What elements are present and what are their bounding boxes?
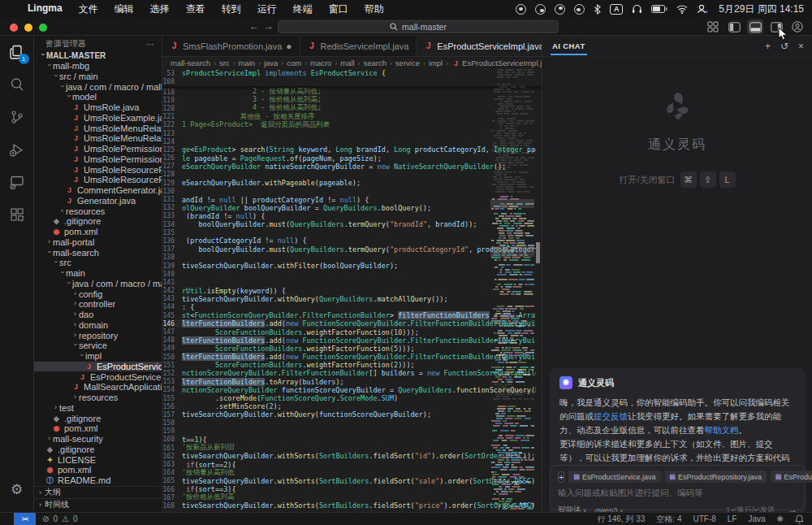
code-line-142[interactable]: 142rUtil.isEmpty(keyword)) {	[162, 287, 536, 295]
menu-转到[interactable]: 转到	[214, 2, 249, 16]
code-line-53[interactable]: 53sProductServiceImpl implements EsProdu…	[162, 69, 542, 77]
tree-item-src[interactable]: ›src	[34, 258, 162, 268]
encoding[interactable]: UTF-8	[693, 514, 715, 523]
menu-窗口[interactable]: 窗口	[321, 2, 356, 16]
tree-item-config[interactable]: ›config	[34, 289, 162, 299]
tree-item-src / main[interactable]: ›src / main	[34, 72, 162, 82]
extensions-icon[interactable]	[0, 198, 34, 231]
tree-item-resources[interactable]: ›resources	[34, 206, 162, 216]
code-line-148[interactable]: 148lterFunctionBuilders.add(new Function…	[162, 336, 536, 345]
code-line-132[interactable]: 132olQueryBuilder boolQueryBuilder = Que…	[162, 204, 536, 212]
close-window-button[interactable]	[10, 24, 18, 32]
menu-选择[interactable]: 选择	[142, 2, 178, 16]
code-line-126[interactable]: 126le pageable = PageRequest.of(pageNum,…	[162, 154, 536, 163]
code-line-125[interactable]: 125ge<EsProduct> search(String keyword, …	[162, 145, 536, 154]
code-line-154[interactable]: 154nctionScoreQueryBuilder functionScore…	[162, 386, 536, 394]
breadcrumb-item[interactable]: EsProductServiceImpl.java	[462, 59, 542, 67]
code-line-145[interactable]: 145st<FunctionScoreQueryBuilder.FilterFu…	[162, 311, 536, 319]
lingma-status-icon[interactable]: ❋	[777, 514, 784, 523]
menu-终端[interactable]: 终端	[285, 2, 321, 16]
message-link[interactable]: 提交反馈	[594, 411, 628, 421]
code-line-158[interactable]: 158	[162, 419, 536, 427]
code-line-138[interactable]: 138	[162, 254, 536, 262]
tree-item-UmsRolePermissionRelation.java[interactable]: JUmsRolePermissionRelation.java	[34, 144, 162, 154]
tree-item-pom.xml[interactable]: ◉pom.xml	[34, 423, 162, 434]
add-context-button[interactable]: +	[558, 471, 564, 483]
tree-item-dao[interactable]: ›dao	[34, 310, 162, 320]
message-link[interactable]: 帮助文档	[705, 425, 739, 435]
code-line-133[interactable]: 133 (brandId != null) {	[162, 212, 536, 220]
code-line-153[interactable]: 153lterFunctionBuilders.toArray(builders…	[162, 378, 536, 386]
tree-item-repository[interactable]: ›repository	[34, 330, 162, 341]
code-line-155[interactable]: 155 .scoreMode(FunctionScoreQuery.ScoreM…	[162, 394, 536, 402]
tree-item-UmsRoleMenuRelation.java[interactable]: JUmsRoleMenuRelation.java	[34, 123, 162, 133]
code-line-127[interactable]: 127eSearchQueryBuilder nativeSearchQuery…	[162, 163, 536, 171]
tree-item-README.md[interactable]: ⓘREADME.md	[34, 475, 162, 486]
menu-帮助[interactable]: 帮助	[356, 2, 392, 16]
code-line-162[interactable]: 162tiveSearchQueryBuilder.withSorts(Sort…	[162, 452, 536, 460]
code-line-167[interactable]: 167'按价格从低到高	[162, 493, 536, 501]
code-line-143[interactable]: 143tiveSearchQueryBuilder.withQuery(Quer…	[162, 295, 536, 303]
minimap[interactable]	[490, 69, 534, 512]
tree-item-java / com / macro / mall / search[interactable]: ›java / com / macro / mall / search	[34, 279, 162, 289]
tree-item-UmsRoleExample.java[interactable]: JUmsRoleExample.java	[34, 113, 162, 124]
notifications-bell-icon[interactable]	[795, 514, 804, 524]
status-app-icon-1[interactable]	[516, 4, 526, 15]
tree-item-resources[interactable]: ›resources	[34, 393, 162, 403]
tree-item-CommentGenerator.java[interactable]: JCommentGenerator.java	[34, 185, 162, 196]
context-chip-EsProductRepository.java[interactable]: ▤EsProductRepository.java	[665, 471, 767, 483]
code-line-136[interactable]: 136 (productCategoryId != null) {	[162, 236, 536, 245]
tree-item-UmsRoleResourceRelationExample.j...[interactable]: JUmsRoleResourceRelationExample.j...	[34, 175, 162, 185]
tree-item-mall-security[interactable]: ›mall-security	[34, 434, 162, 445]
context-chip-EsProduct.java[interactable]: ▤EsProduct.java	[771, 471, 812, 483]
tree-item-LICENSE[interactable]: ✦LICENSE	[34, 454, 162, 465]
wifi-icon[interactable]	[676, 5, 688, 14]
tree-item-test[interactable]: ›test	[34, 403, 162, 414]
breadcrumb[interactable]: mall-search›src›main›java›com›macro›mall…	[162, 57, 542, 69]
chat-history-icon[interactable]: ↺	[780, 41, 788, 52]
code-line-131[interactable]: 131andId != null || productCategoryId !=…	[162, 195, 536, 203]
code-line-124[interactable]: 124	[162, 137, 536, 145]
code-line-130[interactable]: 130	[162, 187, 536, 195]
chat-input-card[interactable]: + ▤EsProductService.java▤EsProductReposi…	[550, 465, 806, 510]
code-line-164[interactable]: 164'按销量从高到低	[162, 469, 536, 477]
code-line-146[interactable]: 146lterFunctionBuilders.add(new Function…	[162, 319, 536, 328]
chat-input-placeholder[interactable]: 输入问题或粘贴图片进行提问、编码等	[558, 488, 797, 499]
code-line-123[interactable]: 123	[162, 129, 536, 137]
tree-item-.gitignore[interactable]: ◈.gitignore	[34, 216, 162, 227]
tree-item-impl[interactable]: ›impl	[34, 351, 162, 362]
breadcrumb-item[interactable]: mall	[340, 59, 354, 67]
code-line-139[interactable]: 139tiveSearchQueryBuilder.withFilter(boo…	[162, 262, 536, 270]
code-line-147[interactable]: 147 ScoreFunctionBuilders.weightFactorFu…	[162, 328, 536, 336]
explorer-more-icon[interactable]: ⋯	[146, 40, 155, 49]
code-line-156[interactable]: 156 .setMinScore(2);	[162, 402, 536, 410]
settings-gear-icon[interactable]: ⚙	[0, 473, 34, 505]
tree-item-UmsRoleMenuRelationExample.java[interactable]: JUmsRoleMenuRelationExample.java	[34, 133, 162, 144]
input-method-icon[interactable]: A	[610, 4, 623, 15]
code-line-165[interactable]: 165tiveSearchQueryBuilder.withSorts(Sort…	[162, 477, 536, 485]
minimize-window-button[interactable]	[24, 24, 32, 32]
breadcrumb-item[interactable]: java	[264, 59, 278, 67]
tree-item-java / com / macro / mall[interactable]: ›java / com / macro / mall	[34, 81, 162, 92]
code-editor[interactable]: 53sProductServiceImpl implements EsProdu…	[162, 69, 542, 512]
cursor-position[interactable]: 行 146, 列 33	[597, 514, 645, 525]
user-switch-icon[interactable]	[697, 4, 708, 14]
tree-item-main[interactable]: ›main	[34, 268, 162, 279]
code-line-168[interactable]: 168tiveSearchQueryBuilder.withSorts(Sort…	[162, 501, 536, 510]
tree-item-.gitignore[interactable]: ◈.gitignore	[34, 445, 162, 455]
tree-item-EsProductService.java[interactable]: JEsProductService.java	[34, 371, 162, 382]
menu-编辑[interactable]: 编辑	[106, 2, 142, 16]
headphones-icon[interactable]	[632, 4, 642, 14]
status-app-icon-2[interactable]	[535, 4, 546, 15]
tree-item-pom.xml[interactable]: ◉pom.xml	[34, 465, 162, 475]
toggle-panel-bottom-icon[interactable]	[747, 20, 763, 34]
new-chat-icon[interactable]: +	[765, 41, 771, 52]
tree-item-UmsRole.java[interactable]: JUmsRole.java	[34, 102, 162, 113]
problems-indicator[interactable]: ⊘0 ⚠0	[42, 514, 77, 523]
code-line-141[interactable]: 141	[162, 278, 536, 286]
breadcrumb-item[interactable]: mall-search	[171, 59, 210, 67]
code-line-128[interactable]: 128	[162, 171, 536, 179]
search-view-icon[interactable]	[0, 68, 34, 101]
tree-item-domain[interactable]: ›domain	[34, 320, 162, 331]
modified-dot-icon[interactable]: ●	[286, 42, 292, 50]
